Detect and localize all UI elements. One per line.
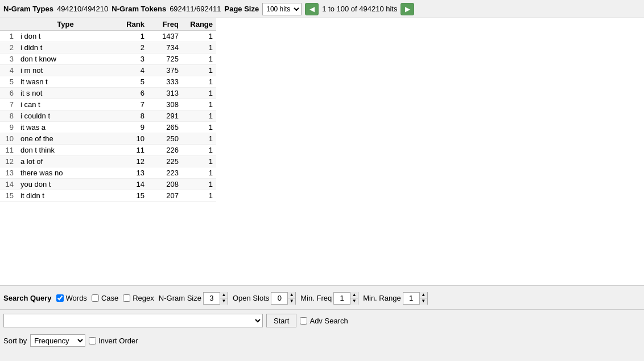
table-row[interactable]: 15 it didn t 15 207 1 [0, 190, 216, 202]
words-checkbox[interactable] [56, 294, 64, 302]
min-range-up[interactable]: ▲ [419, 292, 427, 298]
row-range: 1 [182, 76, 216, 88]
min-range-spinner-btns: ▲ ▼ [419, 292, 427, 305]
min-freq-input[interactable] [334, 293, 350, 304]
search-bar: Search Query Words Case Regex N-Gram Siz… [0, 286, 644, 310]
regex-checkbox[interactable] [123, 294, 130, 302]
col-header-rank: Rank [114, 18, 148, 31]
min-freq-spinner[interactable]: ▲ ▼ [333, 292, 358, 305]
sort-by-label: Sort by [3, 337, 27, 345]
table-row[interactable]: 1 i don t 1 1437 1 [0, 31, 216, 42]
row-rank: 8 [114, 110, 148, 122]
row-freq: 223 [148, 167, 182, 179]
row-range: 1 [182, 42, 216, 54]
min-range-spinner[interactable]: ▲ ▼ [403, 292, 428, 305]
row-freq: 725 [148, 54, 182, 65]
row-type: i couldn t [17, 110, 114, 122]
row-freq: 207 [148, 190, 182, 202]
query-select[interactable] [3, 314, 263, 327]
words-checkbox-group: Words [56, 294, 87, 302]
row-freq: 250 [148, 133, 182, 145]
min-freq-group: Min. Freq ▲ ▼ [300, 292, 358, 305]
open-slots-up[interactable]: ▲ [287, 292, 295, 298]
row-type: there was no [17, 167, 114, 179]
ngram-size-group: N-Gram Size ▲ ▼ [159, 292, 228, 305]
row-type: i didn t [17, 42, 114, 54]
row-type: don t think [17, 145, 114, 156]
adv-search-group: Adv Search [300, 317, 348, 325]
min-range-down[interactable]: ▼ [419, 298, 427, 305]
min-freq-up[interactable]: ▲ [350, 292, 358, 298]
sort-bar: Sort by FrequencyAlphabeticalRange Inver… [0, 331, 644, 350]
min-range-label: Min. Range [363, 294, 401, 302]
results-table: Type Rank Freq Range 1 i don t 1 1437 1 … [0, 18, 216, 202]
invert-order-label[interactable]: Invert Order [98, 337, 138, 345]
start-button[interactable]: Start [266, 314, 296, 327]
words-label[interactable]: Words [66, 294, 87, 302]
case-label[interactable]: Case [101, 294, 118, 302]
row-range: 1 [182, 133, 216, 145]
ngram-size-up[interactable]: ▲ [220, 292, 228, 298]
invert-order-checkbox[interactable] [89, 337, 96, 344]
nav-next-button[interactable]: ▶ [401, 3, 414, 15]
row-freq: 734 [148, 42, 182, 54]
min-range-group: Min. Range ▲ ▼ [363, 292, 427, 305]
col-header-num [0, 18, 17, 31]
row-range: 1 [182, 99, 216, 110]
row-num: 4 [0, 65, 17, 76]
min-range-input[interactable] [403, 293, 419, 304]
min-freq-down[interactable]: ▼ [350, 298, 358, 305]
row-freq: 226 [148, 145, 182, 156]
row-freq: 291 [148, 110, 182, 122]
row-rank: 11 [114, 145, 148, 156]
case-checkbox[interactable] [92, 294, 99, 302]
row-rank: 7 [114, 99, 148, 110]
table-row[interactable]: 3 don t know 3 725 1 [0, 54, 216, 65]
open-slots-spinner-btns: ▲ ▼ [287, 292, 295, 305]
open-slots-spinner[interactable]: ▲ ▼ [271, 292, 296, 305]
table-row[interactable]: 9 it was a 9 265 1 [0, 122, 216, 133]
row-rank: 6 [114, 88, 148, 99]
open-slots-input[interactable] [271, 293, 287, 304]
open-slots-down[interactable]: ▼ [287, 298, 295, 305]
adv-search-label[interactable]: Adv Search [309, 317, 348, 325]
regex-label[interactable]: Regex [133, 294, 154, 302]
table-row[interactable]: 13 there was no 13 223 1 [0, 167, 216, 179]
table-row[interactable]: 11 don t think 11 226 1 [0, 145, 216, 156]
adv-search-checkbox[interactable] [300, 317, 307, 325]
open-slots-group: Open Slots ▲ ▼ [233, 292, 296, 305]
row-type: don t know [17, 54, 114, 65]
row-type: a lot of [17, 156, 114, 167]
col-header-range: Range [182, 18, 216, 31]
row-freq: 333 [148, 76, 182, 88]
row-range: 1 [182, 167, 216, 179]
table-row[interactable]: 2 i didn t 2 734 1 [0, 42, 216, 54]
ngram-size-down[interactable]: ▼ [220, 298, 228, 305]
table-row[interactable]: 8 i couldn t 8 291 1 [0, 110, 216, 122]
table-row[interactable]: 7 i can t 7 308 1 [0, 99, 216, 110]
row-rank: 2 [114, 42, 148, 54]
ngram-size-spinner[interactable]: ▲ ▼ [203, 292, 228, 305]
row-range: 1 [182, 156, 216, 167]
row-freq: 208 [148, 179, 182, 190]
table-row[interactable]: 14 you don t 14 208 1 [0, 179, 216, 190]
ngram-size-input[interactable] [204, 293, 220, 304]
table-header-row: Type Rank Freq Range [0, 18, 216, 31]
sort-select[interactable]: FrequencyAlphabeticalRange [30, 334, 85, 347]
table-row[interactable]: 10 one of the 10 250 1 [0, 133, 216, 145]
row-freq: 308 [148, 99, 182, 110]
row-freq: 1437 [148, 31, 182, 42]
table-row[interactable]: 12 a lot of 12 225 1 [0, 156, 216, 167]
row-range: 1 [182, 31, 216, 42]
row-rank: 3 [114, 54, 148, 65]
row-type: i can t [17, 99, 114, 110]
table-row[interactable]: 4 i m not 4 375 1 [0, 65, 216, 76]
table-row[interactable]: 6 it s not 6 313 1 [0, 88, 216, 99]
page-size-select[interactable]: 10 hits50 hits100 hits200 hits500 hits [262, 3, 302, 15]
row-freq: 375 [148, 65, 182, 76]
row-num: 2 [0, 42, 17, 54]
table-row[interactable]: 5 it wasn t 5 333 1 [0, 76, 216, 88]
nav-prev-button[interactable]: ◀ [305, 3, 319, 15]
row-range: 1 [182, 88, 216, 99]
row-num: 14 [0, 179, 17, 190]
